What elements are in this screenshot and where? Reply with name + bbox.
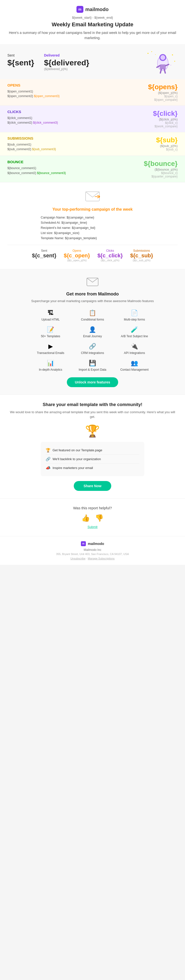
benefit-emoji: 🔗 <box>46 457 51 461</box>
bounce-comment2: ${bounce_comment2} <box>7 171 36 175</box>
benefit-item: 📣 Inspire marketers your email <box>46 464 139 472</box>
benefit-text: Inspire marketers your email <box>53 466 93 470</box>
features-section: Get more from Mailmodo Supercharge your … <box>0 269 185 395</box>
campaign-scheduled-label: Scheduled At: <box>41 221 60 224</box>
bounce-comment3: ${bounce_comment3} <box>37 171 66 175</box>
unlock-features-button[interactable]: Unlock more features <box>67 377 118 387</box>
campaign-heading-normal: Your top-performing <box>52 207 90 212</box>
delivered-value: ${delivered} <box>44 58 89 67</box>
campaign-name-row: Campaign Name: ${campaign_name} <box>41 216 144 219</box>
feedback-title: Was this report helpful? <box>7 506 178 510</box>
campaign-heading: Your top-performing campaign of the week <box>7 207 178 212</box>
benefits-list: 🏆 Get featured on our Template.page🔗 We'… <box>41 442 144 476</box>
thumbs-down-button[interactable]: 👎 <box>95 514 104 522</box>
c-sent-label: Sent <box>32 249 56 253</box>
sent-value: ${sent} <box>7 58 34 67</box>
campaign-template-value: ${campaign_template} <box>65 236 97 240</box>
clicks-comment3: ${click_comment3} <box>33 121 58 124</box>
share-button[interactable]: Share Now <box>74 481 111 491</box>
svg-text:✦: ✦ <box>174 60 175 62</box>
submissions-comment1: ${sub_comment1} <box>7 142 138 147</box>
feature-label: Transactional Emails <box>31 351 70 355</box>
features-envelope-icon <box>7 277 178 289</box>
c-clicks-value: ${c_click} <box>97 253 123 259</box>
feature-item: 👥 Contact Management <box>115 360 154 371</box>
opens-right: ${opens} (${open_p}%) ${open_c} ${open_c… <box>143 83 178 102</box>
submissions-comment2: ${sub_comment2} <box>7 148 31 151</box>
submissions-card: SUBMISSIONS ${sub_comment1} ${sub_commen… <box>0 132 185 156</box>
feature-icon: 🏗 <box>31 309 70 317</box>
clicks-comment23: ${click_comment2} ${click_comment3} <box>7 121 138 125</box>
campaign-stats: Sent ${c_sent} Opens ${c_open} (${c_open… <box>7 249 178 262</box>
manage-subscriptions-link[interactable]: Manage Subscriptions <box>88 557 115 560</box>
trophy-icon: 🏆 <box>7 424 178 438</box>
feedback-icons: 👍 👎 <box>7 514 178 522</box>
opens-percent: (${open_p}%) <box>143 91 178 95</box>
feature-icon: ▶ <box>31 343 70 350</box>
feature-icon: 🔗 <box>73 343 112 350</box>
bounce-percent: (${bounce_p}%) <box>143 168 178 171</box>
footer-company: Mailmodo Inc <box>7 548 178 552</box>
community-title: Share your email template with the commu… <box>7 402 178 407</box>
bounce-comment1: ${bounce_comment1} <box>7 166 138 170</box>
feedback-section: Was this report helpful? 👍 👎 Submit <box>0 498 185 536</box>
campaign-name-value: ${campaign_name} <box>67 216 94 219</box>
bounce-card: BOUNCE ${bounce_comment1} ${bounce_comme… <box>0 156 185 182</box>
stats-section: Sent ${sent} Delivered ${delivered} (${d… <box>0 45 185 79</box>
opens-comment23: ${open_comment2} ${open_comment3} <box>7 94 138 99</box>
campaign-scheduled-value: ${campaign_time} <box>61 221 87 224</box>
opens-comment2: ${open_comment2} <box>7 94 33 98</box>
svg-point-1 <box>151 51 152 52</box>
feature-label: Upload HTML <box>31 318 70 321</box>
footer-logo-icon: m <box>81 541 86 546</box>
page-subtitle: Here's a summary of how your email campa… <box>5 30 180 41</box>
campaign-listsize-label: List size: <box>41 231 53 235</box>
features-subtitle: Supercharge your email marketing campaig… <box>7 299 178 304</box>
delivered-percent: (${delivered_p}%) <box>44 67 89 71</box>
campaign-scheduled-row: Scheduled At: ${campaign_time} <box>41 221 144 224</box>
submissions-left: SUBMISSIONS ${sub_comment1} ${sub_commen… <box>7 136 143 152</box>
unsubscribe-link[interactable]: Unsubscribe <box>70 557 85 560</box>
benefit-emoji: 🏆 <box>46 448 51 452</box>
envelope-icon <box>7 190 178 204</box>
submissions-comment23: ${sub_comment2} ${sub_comment3} <box>7 147 138 152</box>
c-clicks-label: Clicks <box>97 249 123 253</box>
feature-label: Email Journey <box>73 334 112 338</box>
community-section: Share your email template with the commu… <box>0 395 185 498</box>
community-subtitle: We would love to share the amazing email… <box>7 410 178 419</box>
feature-item: 📋 Conditional forms <box>73 309 112 321</box>
page-title: Weekly Email Marketing Update <box>5 21 180 28</box>
feature-item: 🧪 A/B Test Subject line <box>115 326 154 338</box>
clicks-right: ${click} (${click_p}%) ${click_c} ${work… <box>143 110 178 128</box>
clicks-percent: (${click_p}%) <box>143 118 178 121</box>
campaign-listsize-value: ${campaign_size} <box>54 231 79 235</box>
feature-item: 🏗 Upload HTML <box>31 309 70 321</box>
logo-text: mailmodo <box>85 6 109 12</box>
campaign-recipient-row: Recipient's list name: ${campaign_list} <box>41 226 144 229</box>
feature-item: 🔗 CRM Integrations <box>73 343 112 355</box>
c-sent-value: ${c_sent} <box>32 253 56 259</box>
opens-title: OPENS <box>7 83 138 87</box>
feature-icon: 🧪 <box>115 326 154 333</box>
bounce-compare: ${bounce_c} <box>143 171 178 175</box>
clicks-quarter: ${work_compare} <box>143 125 178 128</box>
delivered-stat: Delivered ${delivered} (${delivered_p}%) <box>44 53 89 71</box>
c-opens-stat: Opens ${c_open} (${c_open_p}%) <box>64 249 90 262</box>
date-range: ${week_start} - ${week_end} <box>5 16 180 19</box>
feature-icon: 💾 <box>73 360 112 366</box>
campaign-details: Campaign Name: ${campaign_name} Schedule… <box>41 216 144 240</box>
sent-stat: Sent ${sent} <box>7 53 34 71</box>
c-opens-sub: (${c_open_p}%) <box>64 259 90 262</box>
submit-link[interactable]: Submit <box>7 525 178 529</box>
features-title: Get more from Mailmodo <box>7 291 178 297</box>
footer-address: 355, Bryant Street, Unit 403, San Franci… <box>7 552 178 555</box>
c-clicks-stat: Clicks ${c_click} (${c_click_p}%) <box>97 249 123 262</box>
submissions-title: SUBMISSIONS <box>7 136 138 140</box>
thumbs-up-button[interactable]: 👍 <box>81 514 90 522</box>
footer-logo: m mailmodo <box>7 541 178 546</box>
clicks-card: CLICKS ${click_comment1} ${click_comment… <box>0 106 185 132</box>
clicks-comment2: ${click_comment2} <box>7 121 32 124</box>
feature-item: ▶ Transactional Emails <box>31 343 70 355</box>
feature-item: 💾 Import & Export Data <box>73 360 112 371</box>
campaign-template-label: Template Name: <box>41 236 64 240</box>
